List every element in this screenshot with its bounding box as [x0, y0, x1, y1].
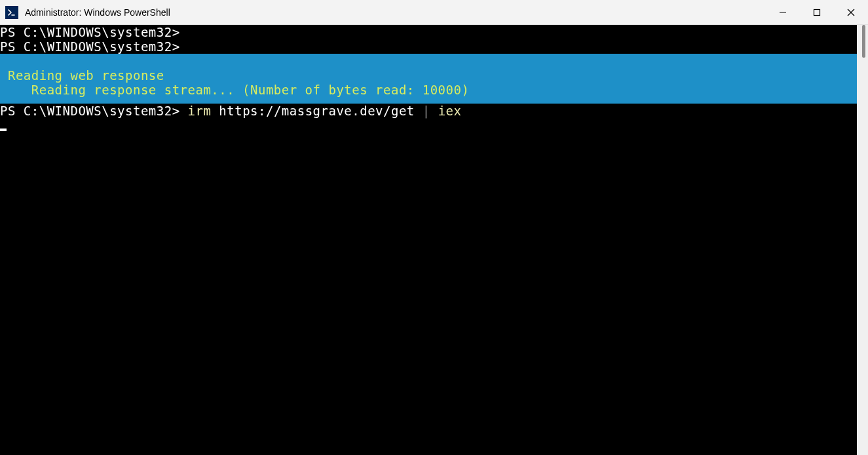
cursor — [0, 129, 7, 131]
prompt-line: PS C:\WINDOWS\system32> — [0, 25, 857, 39]
progress-block: Reading web response Reading response st… — [0, 54, 857, 104]
cmd-pipe: | — [423, 104, 438, 118]
command-line: PS C:\WINDOWS\system32> irm https://mass… — [0, 104, 857, 118]
terminal-area[interactable]: PS C:\WINDOWS\system32> PS C:\WINDOWS\sy… — [0, 25, 857, 455]
prompt-line: PS C:\WINDOWS\system32> — [0, 39, 857, 54]
minimize-button[interactable] — [766, 0, 800, 24]
cmd-iex: iex — [438, 104, 462, 118]
close-button[interactable] — [834, 0, 868, 24]
maximize-button[interactable] — [800, 0, 834, 24]
cmd-url: https://massgrave.dev/get — [219, 104, 422, 118]
scrollbar[interactable] — [857, 25, 868, 455]
titlebar[interactable]: Administrator: Windows PowerShell — [0, 0, 868, 25]
window-controls — [766, 0, 868, 24]
svg-rect-3 — [814, 9, 820, 15]
powershell-icon — [5, 6, 18, 19]
progress-detail: Reading response stream... (Number of by… — [0, 83, 857, 97]
cursor-line — [0, 118, 857, 132]
cmd-irm: irm — [188, 104, 219, 118]
window-title: Administrator: Windows PowerShell — [25, 7, 766, 18]
scroll-thumb[interactable] — [862, 25, 865, 58]
prompt-text: PS C:\WINDOWS\system32> — [0, 104, 188, 118]
svg-rect-0 — [7, 7, 17, 18]
progress-title: Reading web response — [0, 68, 857, 83]
